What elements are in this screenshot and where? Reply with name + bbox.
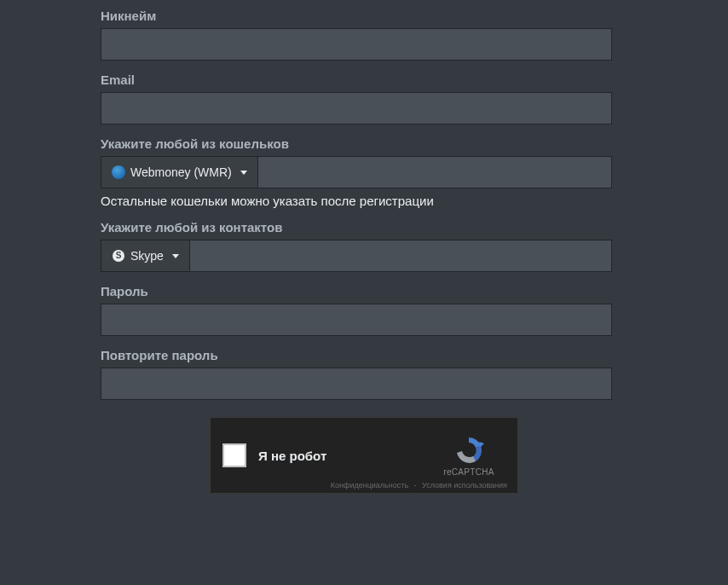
wallet-group: Укажите любой из кошельков Webmoney (WMR… xyxy=(101,136,627,208)
contact-dropdown[interactable]: S Skype xyxy=(101,240,190,272)
registration-form: Никнейм Email Укажите любой из кошельков… xyxy=(0,0,728,494)
password-label: Пароль xyxy=(101,284,627,298)
chevron-down-icon xyxy=(240,171,247,175)
contact-dropdown-label: Skype xyxy=(130,249,164,263)
recaptcha-terms-link[interactable]: Условия использования xyxy=(422,481,507,489)
contact-label: Укажите любой из контактов xyxy=(101,220,627,235)
email-group: Email xyxy=(101,72,627,125)
recaptcha-footer: Конфиденциальность - Условия использован… xyxy=(329,481,509,489)
svg-marker-2 xyxy=(479,442,484,448)
wallet-input[interactable] xyxy=(258,156,612,188)
chevron-down-icon xyxy=(172,254,179,258)
recaptcha-privacy-link[interactable]: Конфиденциальность xyxy=(331,481,408,489)
password2-input[interactable] xyxy=(101,368,612,400)
recaptcha-label: Я не робот xyxy=(258,449,432,463)
contact-group: Укажите любой из контактов S Skype xyxy=(101,220,627,272)
nickname-label: Никнейм xyxy=(101,9,627,23)
password-group: Пароль xyxy=(101,284,627,336)
recaptcha-brand-text: reCAPTCHA xyxy=(432,467,506,477)
svg-text:S: S xyxy=(116,251,122,260)
wallet-dropdown[interactable]: Webmoney (WMR) xyxy=(101,156,258,188)
password2-label: Повторите пароль xyxy=(101,348,627,362)
recaptcha-brand-block: reCAPTCHA xyxy=(432,435,506,477)
email-label: Email xyxy=(101,72,627,87)
password2-group: Повторите пароль xyxy=(101,348,627,400)
recaptcha-logo-icon xyxy=(454,435,484,466)
nickname-group: Никнейм xyxy=(101,9,627,61)
recaptcha-checkbox[interactable] xyxy=(222,443,246,467)
captcha-container: Я не робот reCAPTCHA Конфиденциальность … xyxy=(101,417,627,494)
contact-input[interactable] xyxy=(190,240,612,272)
password-input[interactable] xyxy=(101,304,612,336)
skype-icon: S xyxy=(112,249,125,263)
nickname-input[interactable] xyxy=(101,28,612,61)
recaptcha-widget: Я не робот reCAPTCHA Конфиденциальность … xyxy=(210,417,518,494)
wallet-dropdown-label: Webmoney (WMR) xyxy=(130,165,232,179)
webmoney-icon xyxy=(112,165,125,179)
wallet-hint: Остальные кошельки можно указать после р… xyxy=(101,194,627,208)
wallet-label: Укажите любой из кошельков xyxy=(101,136,627,151)
email-input[interactable] xyxy=(101,92,612,125)
